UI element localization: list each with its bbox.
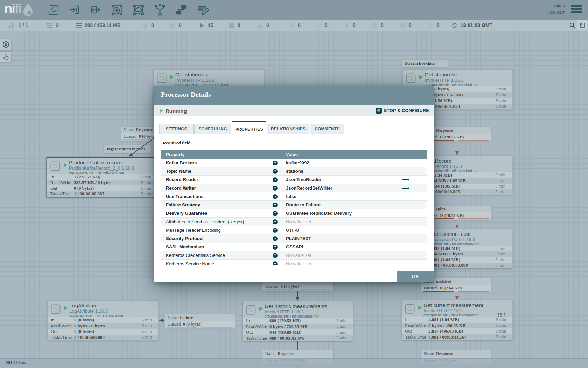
processor-title-area: Get current measurement InvokeHTTP 1.16.…	[402, 300, 512, 317]
help-icon[interactable]: ?	[273, 236, 278, 241]
processor-stat-row: Out644 (729.89 MB)5 min	[243, 329, 353, 335]
help-icon[interactable]: ?	[273, 228, 278, 233]
compass-icon	[2, 41, 10, 48]
refresh-icon[interactable]	[451, 22, 457, 28]
canvas-label-stream-live-data[interactable]: Stream live-data	[402, 59, 449, 68]
properties-table: Property Value Kafka Brokers? kafka:9092…	[161, 150, 427, 265]
help-icon[interactable]: ?	[273, 161, 278, 165]
search-icon[interactable]	[569, 22, 575, 28]
row-actions-cell	[398, 209, 427, 217]
logout-link[interactable]: LOG OUT	[547, 11, 565, 15]
breadcrumb[interactable]: NiFi Flow	[6, 360, 27, 366]
go-to-service-icon[interactable]: ⟶	[398, 185, 410, 191]
help-icon[interactable]: ?	[273, 219, 278, 224]
property-value[interactable]: stations	[281, 167, 398, 175]
name-key: Name	[168, 315, 178, 320]
status-item-stopped: 0	[229, 20, 240, 31]
property-value[interactable]: GSSAPI	[281, 243, 398, 251]
navigate-palette-button[interactable]	[0, 39, 12, 50]
processor-produce-station-records[interactable]: Produce station records PublishKafkaReco…	[47, 157, 158, 197]
property-value[interactable]: false	[281, 192, 398, 200]
flow-status-bar: 1 / 1 3 208 / 159.11 MB 0 0 15 0 0 0 0 ✳…	[0, 20, 588, 31]
tab-scheduling[interactable]: SCHEDULING	[194, 124, 231, 134]
go-to-service-icon[interactable]: ⟶	[398, 176, 410, 183]
tab-properties[interactable]: PROPERTIES	[232, 121, 266, 137]
invalid-count: 0	[266, 22, 269, 28]
property-row[interactable]: Kafka Brokers? kafka:9092	[161, 159, 427, 167]
canvas-label-ingest-station-records[interactable]: Ingest station records	[104, 145, 152, 153]
toolbar-process-group-icon[interactable]	[111, 4, 123, 16]
stat-window: 5 min	[141, 186, 151, 191]
property-row[interactable]: SASL Mechanism? GSSAPI	[161, 243, 427, 251]
stat-window: 5 min	[141, 180, 151, 185]
property-value[interactable]: kafka:9092	[281, 159, 398, 167]
property-row[interactable]: Record Writer? JsonRecordSetWriter ⟶	[161, 184, 427, 192]
birdseye-toggle-button[interactable]	[578, 20, 587, 30]
property-value[interactable]: Route to Failure	[281, 201, 398, 209]
property-row[interactable]: Topic Name? stations	[161, 167, 427, 176]
help-icon[interactable]: ?	[273, 186, 278, 191]
breadcrumb-bar: NiFi Flow	[0, 358, 588, 368]
stat-window: 5 min	[336, 335, 346, 341]
connection-queued: 1 (228.57 KB)	[439, 135, 464, 140]
toolbar-label-icon[interactable]	[197, 4, 209, 16]
toolbar-template-icon[interactable]	[175, 4, 187, 16]
property-value[interactable]: No value set	[281, 260, 398, 265]
processor-icon	[406, 73, 416, 83]
help-icon[interactable]: ?	[273, 169, 278, 174]
property-row[interactable]: Use Transactions? false	[161, 192, 427, 201]
operate-palette-button[interactable]	[0, 51, 12, 63]
property-value[interactable]: JsonRecordSetWriter	[281, 184, 398, 192]
row-actions-cell: ⟶	[398, 184, 427, 192]
help-icon[interactable]: ?	[273, 177, 278, 182]
processor-type: InvokeHTTP 1.16.3	[424, 308, 463, 313]
global-menu-icon[interactable]	[571, 5, 582, 15]
status-item-not-transmitting: 0	[170, 20, 182, 31]
property-row[interactable]: Attributes to Send as Headers (Regex)? N…	[161, 218, 427, 226]
processor-logattribute[interactable]: LogAttribute LogAttribute 1.16.3 org.apa…	[47, 300, 159, 341]
ok-button[interactable]: OK	[397, 271, 434, 282]
tab-relationships[interactable]: RELATIONSHIPS	[267, 124, 309, 134]
property-row[interactable]: Security Protocol? PLAINTEXT	[161, 234, 427, 243]
toolbar-processor-icon[interactable]	[48, 4, 59, 16]
property-row[interactable]: Delivery Guarantee? Guarantee Replicated…	[161, 209, 427, 218]
toolbar-funnel-icon[interactable]	[154, 4, 166, 16]
processor-get-historic-measurements[interactable]: Get historic measurements InvokeHTTP 1.1…	[243, 301, 353, 341]
toolbar-output-port-icon[interactable]	[90, 4, 102, 16]
help-icon[interactable]: ?	[273, 253, 278, 258]
property-name: Record Writer	[166, 185, 196, 191]
property-value[interactable]: No value set	[281, 218, 398, 226]
hand-pointer-icon	[2, 53, 10, 61]
processor-get-current-measurement[interactable]: Get current measurement InvokeHTTP 1.16.…	[401, 300, 513, 340]
property-value[interactable]: PLAINTEXT	[281, 234, 398, 243]
connection-queued: 0 (0 bytes)	[183, 322, 202, 327]
help-icon[interactable]: ?	[273, 245, 278, 250]
connection-label-failure[interactable]: NameFailure Queued0 (0 bytes)	[164, 314, 236, 329]
locally-modified-stale-count: 0	[409, 22, 412, 28]
property-value[interactable]: UTF-8	[281, 226, 398, 234]
help-icon[interactable]: ?	[273, 203, 278, 207]
property-value[interactable]: No value set	[281, 251, 398, 259]
property-row[interactable]: Kerberos Credentials Service? No value s…	[161, 251, 427, 260]
tab-settings[interactable]: SETTINGS	[159, 124, 194, 134]
help-icon[interactable]: ?	[273, 194, 278, 199]
status-item-disabled: 0	[289, 20, 301, 31]
stop-and-configure-button[interactable]: ⚙ STOP & CONFIGURE	[376, 108, 429, 114]
property-value[interactable]: Guarantee Replicated Delivery	[281, 209, 398, 217]
queued-count: 208 / 159.11 MB	[85, 22, 121, 28]
property-row[interactable]: Record Reader? JsonTreeReader ⟶	[161, 176, 427, 184]
property-row[interactable]: Kerberos Service Name? No value set	[161, 260, 427, 265]
run-status-icon	[418, 306, 422, 310]
active-threads-badge: 1	[498, 312, 506, 317]
help-icon[interactable]: ?	[273, 261, 278, 265]
tab-comments[interactable]: COMMENTS	[310, 124, 344, 134]
help-icon[interactable]: ?	[273, 211, 278, 216]
property-row[interactable]: Message Header Encoding? UTF-8	[161, 226, 427, 234]
toolbar-input-port-icon[interactable]	[69, 4, 81, 16]
property-row[interactable]: Failure Strategy? Route to Failure	[161, 201, 427, 209]
stat-value: 4,134 (1.05 MB)	[429, 183, 460, 189]
status-item-up-to-date: 0	[316, 20, 328, 31]
toolbar-remote-process-group-icon[interactable]	[133, 4, 145, 16]
property-value[interactable]: JsonTreeReader	[281, 176, 398, 184]
threads-count: 1	[504, 312, 506, 317]
